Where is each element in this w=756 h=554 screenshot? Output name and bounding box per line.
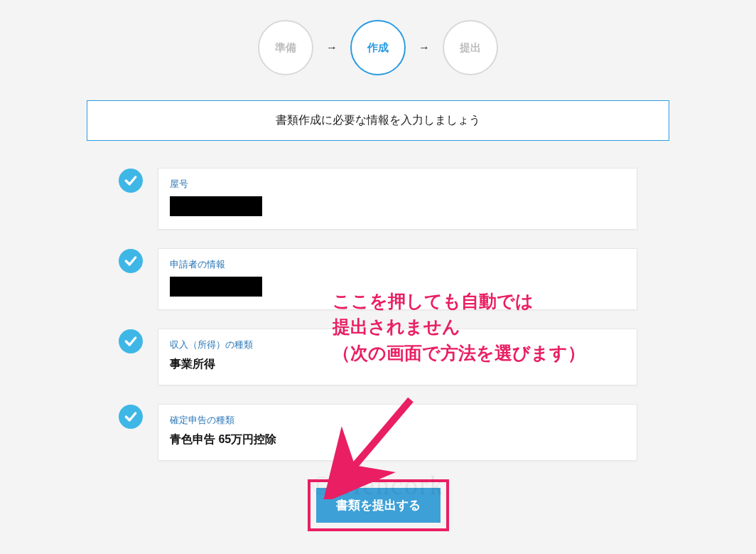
card-label: 屋号 [170,178,625,191]
check-icon [119,329,143,353]
step-prepare[interactable]: 準備 [258,20,313,75]
card-label: 申請者の情報 [170,258,625,271]
card-row: 確定申告の種類 青色申告 65万円控除 [119,404,637,461]
card-filing-type[interactable]: 確定申告の種類 青色申告 65万円控除 [158,404,637,461]
check-icon [119,405,143,429]
annotation-highlight-box: 書類を提出する [308,479,449,531]
card-trade-name[interactable]: 屋号 [158,168,637,230]
step-label: 提出 [460,41,481,55]
submit-button[interactable]: 書類を提出する [316,488,441,523]
check-icon [119,169,143,193]
card-row: 屋号 [119,168,637,230]
redacted-value [170,196,262,216]
step-label: 準備 [275,41,296,55]
banner-text: 書類作成に必要な情報を入力しましょう [276,114,480,126]
step-create[interactable]: 作成 [350,20,406,75]
step-label: 作成 [367,41,389,55]
annotation-text: ここを押しても自動では 提出されません （次の画面で方法を選びます） [333,288,585,366]
redacted-value [170,277,262,297]
card-value: 青色申告 65万円控除 [170,432,625,447]
submit-label: 書類を提出する [336,499,421,512]
step-submit[interactable]: 提出 [443,20,498,75]
card-label: 確定申告の種類 [170,414,625,427]
arrow-icon: → [418,41,430,54]
step-indicator: 準備 → 作成 → 提出 [0,0,756,75]
arrow-icon: → [326,41,338,54]
instruction-banner: 書類作成に必要な情報を入力しましょう [87,100,669,141]
submit-area: 書類を提出する [0,479,756,531]
check-icon [119,249,143,273]
